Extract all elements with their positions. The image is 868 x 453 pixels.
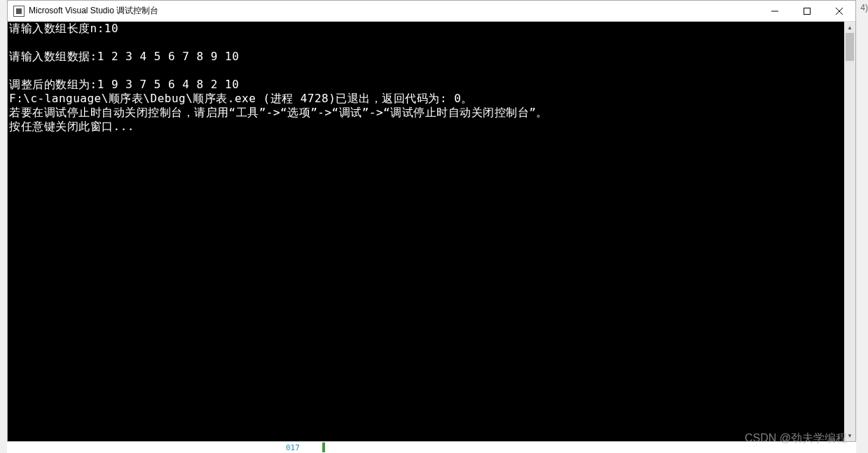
scrollbar-thumb[interactable] [846,33,854,61]
app-icon [13,6,25,17]
scroll-up-arrow-icon[interactable]: ▲ [844,22,855,33]
window-controls [759,1,855,21]
minimize-button[interactable] [759,1,791,21]
maximize-icon [804,8,811,15]
line-number-fragment: 017 [286,443,300,452]
console-output: 请输入数组长度n:10 请输入数组数据:1 2 3 4 5 6 7 8 9 10… [8,22,855,134]
maximize-button[interactable] [791,1,823,21]
csdn-watermark: CSDN @劲夫学编程 [745,431,847,446]
titlebar[interactable]: Microsoft Visual Studio 调试控制台 [8,1,855,22]
console-window: Microsoft Visual Studio 调试控制台 请输入数组长度n:1 [7,0,856,442]
window-title: Microsoft Visual Studio 调试控制台 [29,5,759,17]
minimize-icon [771,8,778,15]
close-icon [836,8,843,15]
close-button[interactable] [823,1,855,21]
git-gutter-indicator [322,442,325,452]
console-area[interactable]: 请输入数组长度n:10 请输入数组数据:1 2 3 4 5 6 7 8 9 10… [8,22,855,441]
edge-fragment-text: 4) [860,3,868,13]
vertical-scrollbar[interactable]: ▲ ▼ [844,22,855,441]
editor-bottom-strip: 017 [7,442,856,453]
svg-rect-1 [804,8,811,14]
